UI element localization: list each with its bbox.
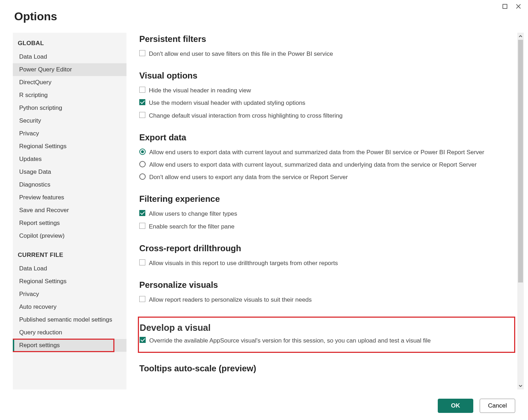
heading-develop-visual: Develop a visual [140,323,510,333]
group-cross-report-drillthrough: Cross-report drillthrough Allow visuals … [139,243,515,268]
close-button[interactable] [512,1,524,11]
checkbox-persistent-disallow-save[interactable] [139,50,145,56]
nav-current-privacy[interactable]: Privacy [13,288,126,301]
checkbox-modern-visual-header[interactable] [139,99,145,105]
section-current-file: CURRENT FILE [13,248,126,262]
heading-cross-report-drillthrough: Cross-report drillthrough [139,243,515,253]
label-persistent-disallow-save: Don't allow end user to save filters on … [149,49,333,59]
nav-global-privacy[interactable]: Privacy [13,127,126,140]
main-pane: Persistent filters Don't allow end user … [126,33,515,389]
group-tooltips-auto-scale: Tooltips auto-scale (preview) [139,364,515,373]
nav-current-auto-recovery[interactable]: Auto recovery [13,301,126,313]
nav-global-directquery[interactable]: DirectQuery [13,76,126,89]
options-dialog: Options GLOBAL Data Load Power Query Edi… [0,0,528,420]
scrollbar[interactable] [517,33,524,389]
checkbox-cross-filtering-default[interactable] [139,112,145,118]
heading-tooltips-auto-scale: Tooltips auto-scale (preview) [139,364,515,373]
nav-highlight: Report settings [13,339,126,352]
dialog-footer: OK Cancel [438,399,515,413]
cancel-button[interactable]: Cancel [480,399,515,413]
checkbox-personalize-visuals[interactable] [139,296,145,302]
section-global: GLOBAL [13,36,126,50]
nav-current-query-reduction[interactable]: Query reduction [13,326,126,339]
dialog-title: Options [14,10,57,23]
group-export-data: Export data Allow end users to export da… [139,133,515,182]
nav-global-usage-data[interactable]: Usage Data [13,166,126,178]
label-export-summarized: Allow end users to export data with curr… [149,147,484,157]
svg-rect-0 [503,4,507,9]
nav-current-published-semantic-model-settings[interactable]: Published semantic model settings [13,313,126,326]
nav-global-preview-features[interactable]: Preview features [13,191,126,204]
nav-global-diagnostics[interactable]: Diagnostics [13,178,126,191]
ok-button[interactable]: OK [438,399,473,413]
label-filter-pane-search: Enable search for the filter pane [149,222,235,231]
nav-global-save-and-recover[interactable]: Save and Recover [13,204,126,217]
scroll-thumb[interactable] [518,40,523,282]
group-visual-options: Visual options Hide the visual header in… [139,71,515,120]
scroll-up-icon[interactable] [517,33,524,40]
checkbox-hide-visual-header[interactable] [139,87,145,93]
label-hide-visual-header: Hide the visual header in reading view [149,86,251,95]
heading-filtering-experience: Filtering experience [139,194,515,204]
nav-global-power-query-editor[interactable]: Power Query Editor [13,63,126,76]
nav-global-security[interactable]: Security [13,114,126,127]
nav-global-data-load[interactable]: Data Load [13,50,126,63]
group-personalize-visuals: Personalize visuals Allow report readers… [139,280,515,305]
checkbox-filter-pane-search[interactable] [139,223,145,229]
label-change-filter-types: Allow users to change filter types [149,209,237,219]
nav-global-python-scripting[interactable]: Python scripting [13,102,126,114]
nav-global-r-scripting[interactable]: R scripting [13,89,126,102]
checkbox-cross-report-drillthrough[interactable] [139,259,145,265]
sidebar: GLOBAL Data Load Power Query Editor Dire… [13,33,126,389]
group-develop-visual: Develop a visual Override the available … [138,317,515,353]
label-cross-report-drillthrough: Allow visuals in this report to use dril… [149,258,338,268]
heading-personalize-visuals: Personalize visuals [139,280,515,290]
label-export-underlying: Allow end users to export data with curr… [149,160,476,169]
group-persistent-filters: Persistent filters Don't allow end user … [139,34,515,59]
checkbox-change-filter-types[interactable] [139,210,145,216]
radio-export-none[interactable] [139,173,146,180]
group-filtering-experience: Filtering experience Allow users to chan… [139,194,515,231]
window-controls [499,1,524,11]
label-export-none: Don't allow end users to export any data… [149,172,348,182]
heading-export-data: Export data [139,133,515,142]
heading-visual-options: Visual options [139,71,515,81]
nav-global-updates[interactable]: Updates [13,153,126,166]
nav-global-regional-settings[interactable]: Regional Settings [13,140,126,153]
label-personalize-visuals: Allow report readers to personalize visu… [149,295,312,305]
label-cross-filtering-default: Change default visual interaction from c… [149,111,343,120]
label-override-appsource-visual: Override the available AppSource visual'… [149,336,431,345]
nav-current-data-load[interactable]: Data Load [13,262,126,275]
label-modern-visual-header: Use the modern visual header with update… [149,98,305,108]
nav-global-report-settings[interactable]: Report settings [13,217,126,230]
nav-global-copilot-preview[interactable]: Copilot (preview) [13,230,126,242]
scroll-down-icon[interactable] [517,382,524,389]
nav-current-report-settings[interactable]: Report settings [13,339,126,352]
maximize-button[interactable] [499,1,511,11]
nav-current-regional-settings[interactable]: Regional Settings [13,275,126,288]
heading-persistent-filters: Persistent filters [139,34,515,44]
radio-export-underlying[interactable] [139,161,146,167]
radio-export-summarized[interactable] [139,149,146,155]
checkbox-override-appsource-visual[interactable] [140,337,146,343]
